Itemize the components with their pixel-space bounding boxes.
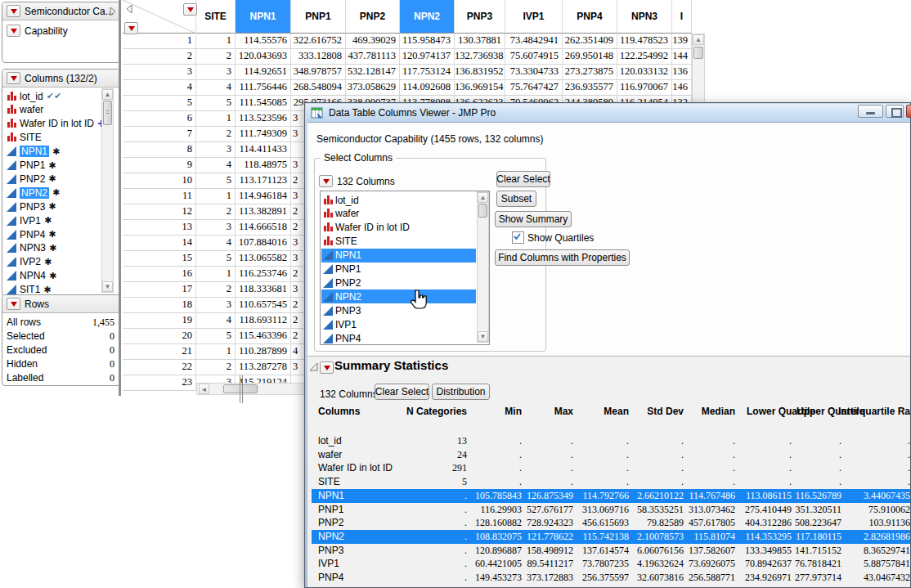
table-cell: 75.6074915 — [505, 49, 563, 65]
scroll-down-icon[interactable]: ▼ — [478, 331, 488, 342]
scrollbar-thumb[interactable] — [478, 204, 487, 218]
scroll-up-icon[interactable]: ▲ — [693, 34, 704, 45]
select-columns-group-label: Select Columns — [321, 152, 396, 164]
column-header-NPN1[interactable]: NPN1 — [236, 0, 291, 34]
table-cell: 111.545085 — [236, 96, 291, 111]
show-quartiles-checkbox[interactable] — [512, 231, 524, 244]
summary-header-max: Max — [524, 406, 573, 417]
table-cell: 113.382891 — [236, 204, 291, 220]
show-summary-button[interactable]: Show Summary — [495, 211, 572, 227]
column-header-PNP1[interactable]: PNP1 — [291, 0, 346, 34]
column-header-NPN2[interactable]: NPN2 — [400, 0, 455, 34]
table-cell: 3 — [196, 298, 236, 313]
table-cell: 136.969154 — [455, 80, 505, 96]
table-cell: 5 — [196, 173, 236, 189]
table-cell: 118.333681 — [236, 282, 291, 298]
table-cell: 73.3304733 — [505, 65, 563, 80]
row-number-cell: 13 — [123, 220, 196, 236]
column-header-PNP4[interactable]: PNP4 — [563, 0, 617, 34]
continuous-column-icon — [323, 320, 333, 330]
row-number-cell: 21 — [123, 344, 196, 360]
listbox-item[interactable]: Wafer ID in lot ID — [321, 221, 476, 235]
clear-select-button[interactable]: Clear Select — [496, 171, 550, 187]
scroll-up-icon[interactable]: ▲ — [478, 192, 488, 203]
table-cell: 5 — [196, 329, 236, 344]
table-cell: 269.950148 — [563, 49, 617, 65]
column-label: SITE — [335, 236, 357, 247]
check-icon — [513, 232, 522, 241]
listbox-item[interactable]: lot_id — [321, 193, 476, 207]
row-number-cell: 1 — [123, 34, 196, 49]
listbox-item[interactable]: PNP2 — [321, 276, 476, 290]
continuous-column-icon — [323, 334, 333, 343]
continuous-column-icon — [323, 306, 333, 316]
scroll-left-icon[interactable]: ◄ — [199, 384, 209, 394]
dialog-client-area: Semiconductor Capability (1455 rows, 132… — [307, 122, 910, 587]
red-triangle-menu-icon[interactable] — [319, 175, 333, 187]
dialog-title: Data Table Columns Viewer - JMP Pro — [329, 107, 496, 119]
table-cell: 2 — [196, 49, 236, 65]
close-button[interactable] — [906, 105, 911, 118]
column-header-NPN3[interactable]: NPN3 — [617, 0, 672, 34]
find-columns-button[interactable]: Find Columns with Properties — [495, 249, 630, 266]
summary-collapse-icon[interactable] — [309, 362, 318, 371]
listbox-item[interactable]: SITE — [321, 235, 476, 249]
column-header-IVP1[interactable]: IVP1 — [505, 0, 563, 34]
table-cell: 118.48975 — [236, 158, 291, 173]
column-header-PNP3[interactable]: PNP3 — [455, 0, 505, 34]
listbox-item[interactable]: PNP3 — [321, 303, 476, 317]
maximize-button[interactable] — [886, 105, 904, 118]
summary-clear-select-button[interactable]: Clear Select — [375, 384, 429, 400]
rows-menu-icon[interactable] — [124, 22, 138, 34]
column-header-I[interactable]: I — [672, 0, 692, 34]
summary-cell-iqr: 75.910062 — [812, 504, 910, 516]
continuous-column-icon — [323, 278, 333, 288]
distribution-button[interactable]: Distribution — [432, 384, 490, 400]
table-cell: 114.946184 — [236, 189, 291, 204]
listbox-item[interactable]: PNP1 — [321, 263, 476, 276]
red-triangle-menu-icon[interactable] — [320, 361, 334, 374]
column-header-PNP2[interactable]: PNP2 — [346, 0, 400, 34]
summary-header-iqr: Interquartile Range — [838, 406, 910, 417]
minimize-button[interactable] — [858, 105, 883, 118]
table-cell: 120.974137 — [400, 49, 455, 65]
row-number-cell: 22 — [123, 360, 196, 375]
row-number-cell: 4 — [123, 80, 196, 96]
summary-cell-iqr: 5.88757841 — [812, 558, 910, 570]
table-cell: 236.935577 — [563, 80, 617, 96]
columns-listbox[interactable]: lot_idwaferWafer ID in lot IDSITENPN1PNP… — [320, 191, 490, 345]
column-label: PNP2 — [335, 277, 361, 289]
summary-cell-iqr: . — [812, 462, 910, 474]
scrollbar-thumb[interactable] — [223, 384, 258, 393]
column-label: NPN2 — [335, 291, 361, 303]
histogram-column-icon — [323, 236, 333, 246]
listbox-item[interactable]: PNP4 — [321, 331, 476, 345]
columns-menu-icon[interactable] — [183, 3, 197, 16]
listbox-item[interactable]: IVP1 — [321, 317, 476, 331]
summary-cell-iqr: 2.82681986 — [812, 531, 910, 543]
row-number-cell: 7 — [123, 127, 196, 142]
summary-header-median: Median — [686, 406, 735, 417]
summary-header-uq: Upper Quartile — [797, 406, 841, 417]
listbox-item[interactable]: wafer — [321, 207, 476, 221]
listbox-item[interactable]: NPN1 — [321, 249, 476, 263]
scrollbar-thumb[interactable] — [693, 47, 703, 59]
listbox-scrollbar[interactable]: ▲ ▼ — [477, 191, 489, 343]
row-number-cell: 9 — [123, 158, 196, 173]
summary-header-ncat: N Categories — [389, 406, 467, 417]
table-cell: 130.37881 — [455, 34, 505, 49]
table-cell: 110.287899 — [236, 344, 291, 360]
column-label: IVP1 — [335, 319, 357, 330]
summary-cell-iqr: 43.0467432 — [812, 572, 910, 584]
subset-button[interactable]: Subset — [496, 191, 536, 207]
summary-cell-iqr: . — [812, 435, 910, 447]
continuous-column-icon — [323, 292, 333, 302]
dialog-titlebar[interactable]: Data Table Columns Viewer - JMP Pro — [306, 104, 909, 122]
listbox-item[interactable]: NPN2 — [321, 290, 476, 303]
table-cell: 3 — [196, 220, 236, 236]
row-number-cell: 6 — [123, 111, 196, 127]
summary-columns-count: 132 Columns — [320, 388, 378, 400]
table-cell: 333.12808 — [291, 49, 346, 65]
column-header-SITE[interactable]: SITE — [196, 0, 236, 34]
summary-statistics-title: Summary Statistics — [334, 358, 448, 372]
